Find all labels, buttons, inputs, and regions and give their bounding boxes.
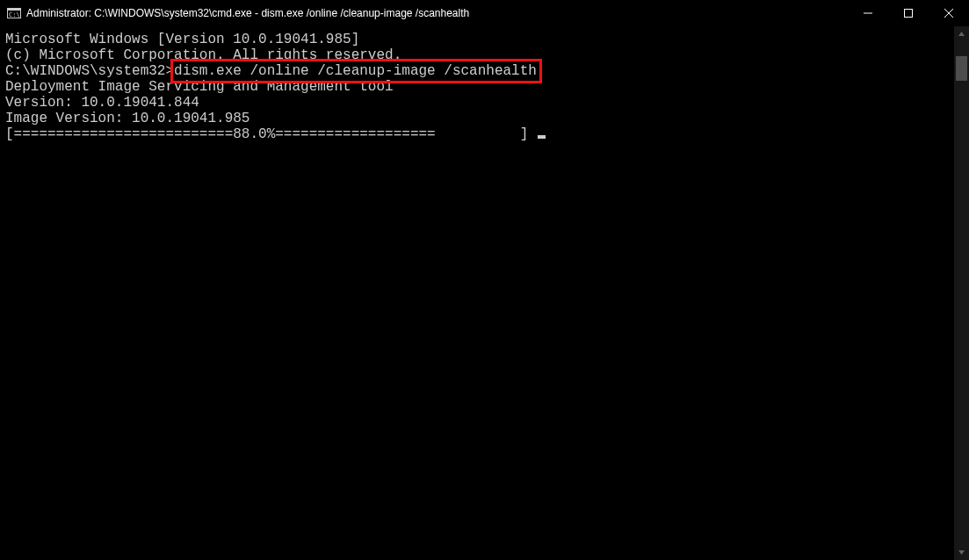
progress-bar-text: [==========================88.0%========… <box>5 126 537 142</box>
text-cursor <box>538 135 546 139</box>
output-line: Image Version: 10.0.19041.985 <box>5 111 951 126</box>
output-line: (c) Microsoft Corporation. All rights re… <box>5 47 951 63</box>
output-line: Deployment Image Servicing and Managemen… <box>5 79 951 95</box>
output-line: Version: 10.0.19041.844 <box>5 95 951 111</box>
command-text: dism.exe /online /cleanup-image /scanhea… <box>174 63 537 79</box>
command-line: C:\WINDOWS\system32>dism.exe /online /cl… <box>5 63 951 79</box>
svg-rect-3 <box>905 9 913 17</box>
cmd-icon: C:\ <box>7 6 21 20</box>
maximize-button[interactable] <box>888 0 929 26</box>
scroll-up-arrow-icon[interactable] <box>954 26 969 41</box>
titlebar[interactable]: C:\ Administrator: C:\WINDOWS\system32\c… <box>0 0 969 26</box>
highlighted-command-wrap: dism.exe /online /cleanup-image /scanhea… <box>174 63 537 79</box>
minimize-button[interactable] <box>848 0 888 26</box>
scrollbar-thumb[interactable] <box>956 56 967 81</box>
terminal-output[interactable]: Microsoft Windows [Version 10.0.19041.98… <box>0 26 954 560</box>
vertical-scrollbar[interactable] <box>954 26 969 560</box>
window-controls <box>848 0 969 26</box>
scroll-down-arrow-icon[interactable] <box>954 545 969 560</box>
close-button[interactable] <box>929 0 969 26</box>
window-title: Administrator: C:\WINDOWS\system32\cmd.e… <box>26 7 469 19</box>
progress-line: [==========================88.0%========… <box>5 126 951 142</box>
svg-text:C:\: C:\ <box>9 11 20 18</box>
cmd-window: C:\ Administrator: C:\WINDOWS\system32\c… <box>0 0 969 560</box>
output-line: Microsoft Windows [Version 10.0.19041.98… <box>5 32 951 47</box>
prompt-prefix: C:\WINDOWS\system32> <box>5 63 174 79</box>
